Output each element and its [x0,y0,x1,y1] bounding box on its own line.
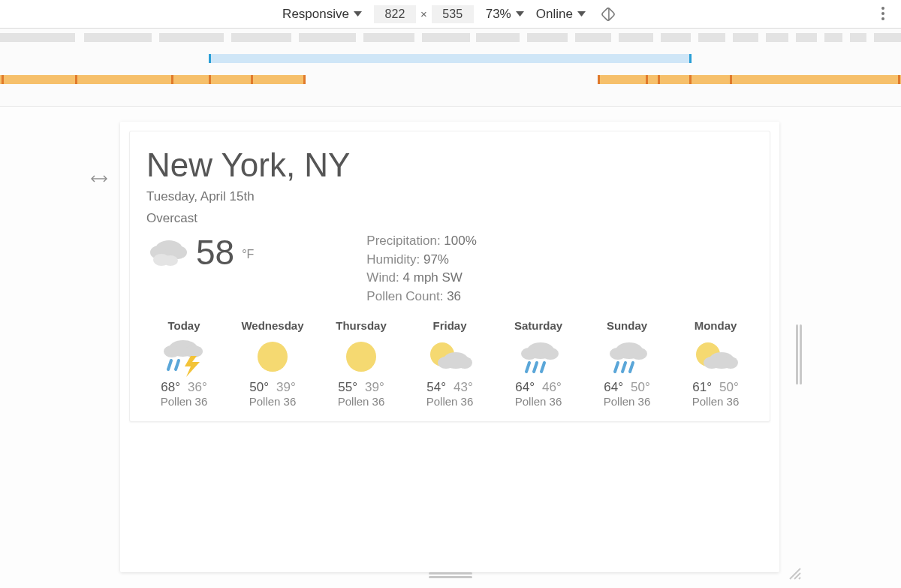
temp-low: 50° [631,380,650,394]
resize-corner-handle[interactable] [787,565,802,583]
zoom-label: 73% [486,7,511,22]
forecast-day: Wednesday50°39°Pollen 36 [235,319,310,408]
weather-card: New York, NY Tuesday, April 15th Overcas… [129,131,770,422]
weather-icon-suncloud [412,336,487,377]
network-label: Online [536,7,573,22]
temp-high: 61° [692,380,712,394]
temp-high: 68° [161,380,180,394]
resize-horizontal-icon [89,174,110,183]
temp-low: 50° [719,380,739,394]
pollen-label: Pollen Count: [366,289,443,303]
chevron-down-icon [516,11,524,17]
day-temps: 50°39° [235,380,310,395]
svg-line-27 [541,363,544,372]
svg-point-4 [881,17,884,20]
temp-high: 54° [426,380,446,394]
temp-low: 46° [542,380,562,394]
forecast-day: Friday54°43°Pollen 36 [412,319,487,408]
resize-bottom-handle[interactable] [429,568,472,582]
svg-point-23 [521,348,538,360]
svg-point-24 [542,348,559,360]
forecast-day: Saturday64°46°Pollen 36 [501,319,576,408]
weather-icon-storm [146,336,221,377]
day-name: Friday [412,319,487,332]
forecast-day: Monday61°50°Pollen 36 [678,319,753,408]
scroll-handle-right[interactable] [796,324,802,384]
svg-point-20 [438,357,454,369]
temp-high: 50° [249,380,269,394]
pollen-line: Pollen 36 [678,395,753,408]
svg-point-36 [704,357,720,369]
forecast-row: Today68°36°Pollen 36Wednesday50°39°Polle… [146,319,753,408]
wind-value: 4 mph SW [403,270,463,285]
rotate-button[interactable] [598,4,619,25]
svg-point-3 [881,12,884,15]
svg-rect-0 [601,7,615,20]
cloud-icon [146,236,188,269]
weather-icon-sun [324,336,399,377]
more-options-button[interactable] [872,3,893,24]
day-name: Saturday [501,319,576,332]
humidity-value: 97% [423,252,449,267]
zoom-select[interactable]: 73% [486,7,524,22]
svg-line-15 [176,360,179,369]
day-name: Wednesday [235,319,310,332]
day-temps: 68°36° [146,380,221,395]
day-name: Thursday [324,319,399,332]
svg-point-13 [185,345,203,357]
weather-icon-sun [235,336,310,377]
temp-high: 64° [515,380,535,394]
svg-point-37 [723,357,738,369]
precip-label: Precipitation: [366,234,440,248]
svg-rect-39 [429,576,472,578]
day-temps: 61°50° [678,380,753,395]
svg-line-31 [615,363,618,372]
width-input[interactable] [374,5,416,23]
svg-point-12 [164,345,180,357]
drag-handle-icon [429,571,472,579]
temp-value: 58 [196,232,234,273]
pollen-line: Pollen 36 [235,395,310,408]
day-name: Sunday [589,319,664,332]
dimensions: × [374,5,474,23]
temp-high: 64° [604,380,623,394]
current-temp: 58 °F [146,232,254,273]
times-label: × [420,8,427,20]
rotate-icon [600,6,616,23]
network-select[interactable]: Online [536,7,586,22]
pollen-line: Pollen 36 [589,395,664,408]
temp-low: 39° [276,380,296,394]
temp-unit: °F [242,248,254,261]
svg-rect-38 [429,572,472,574]
temp-low: 43° [454,380,473,394]
pollen-line: Pollen 36 [146,395,221,408]
height-input[interactable] [432,5,474,23]
day-temps: 55°39° [324,380,399,395]
pollen-value: 36 [447,289,461,303]
viewport-frame: New York, NY Tuesday, April 15th Overcas… [120,122,779,572]
svg-point-2 [881,7,884,10]
resize-left-handle[interactable] [89,173,110,186]
weather-icon-cloudrain [501,336,576,377]
precip-value: 100% [444,234,476,248]
day-temps: 64°50° [589,380,664,395]
forecast-day: Today68°36°Pollen 36 [146,319,221,408]
svg-point-17 [346,342,376,372]
date-line: Tuesday, April 15th [146,188,753,206]
weather-stats: Precipitation: 100% Humidity: 97% Wind: … [366,232,477,306]
resize-corner-icon [787,565,802,580]
ruler-blue-row [0,54,901,63]
stage: New York, NY Tuesday, April 15th Overcas… [0,107,901,588]
svg-point-16 [258,342,288,372]
device-select[interactable]: Responsive [282,7,362,22]
chevron-down-icon [354,11,362,17]
day-name: Today [146,319,221,332]
svg-line-26 [534,363,537,372]
pollen-line: Pollen 36 [324,395,399,408]
wind-label: Wind: [366,270,399,285]
breakpoint-ruler[interactable] [0,29,901,107]
svg-line-14 [168,360,171,369]
device-toolbar: Responsive × 73% Online [0,0,901,29]
ruler-gray-row [0,33,901,42]
temp-high: 55° [338,380,357,394]
